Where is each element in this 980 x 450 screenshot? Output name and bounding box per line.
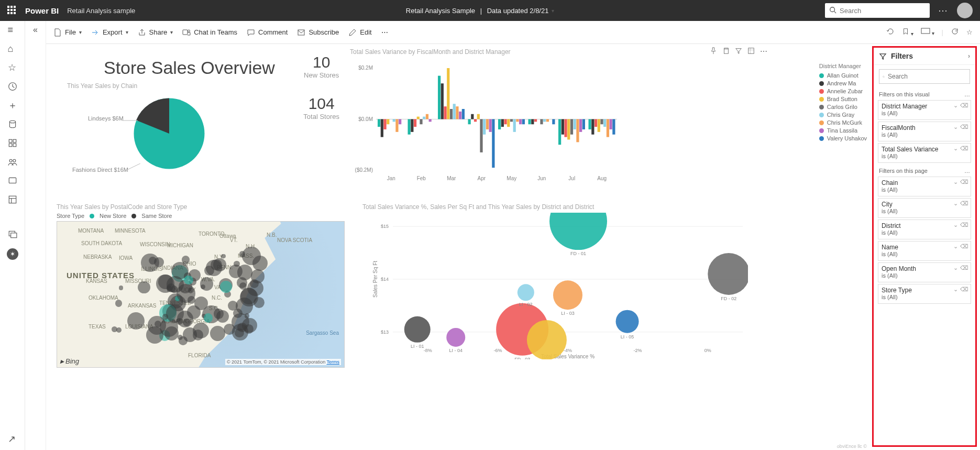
favorite-icon[interactable]: ☆ xyxy=(966,28,973,36)
filter-card[interactable]: Open Month is (All) ⌄⌫ xyxy=(878,262,971,282)
edit-button[interactable]: Edit xyxy=(348,28,371,37)
legend-item[interactable]: Chris McGurk xyxy=(819,119,867,126)
more-commands-icon[interactable]: ⋯ xyxy=(381,28,388,36)
nav-recent-icon[interactable] xyxy=(8,82,17,91)
chevron-down-icon[interactable]: ⌄ xyxy=(953,265,958,271)
svg-rect-71 xyxy=(501,119,504,127)
filters-search[interactable] xyxy=(879,69,970,84)
user-avatar[interactable] xyxy=(957,3,973,18)
map-store-point[interactable] xyxy=(162,314,168,320)
filter-card[interactable]: Name is (All) ⌄⌫ xyxy=(878,241,971,261)
filter-card[interactable]: District Manager is (All) ⌄⌫ xyxy=(878,100,971,120)
scatter-chart[interactable]: $13$14$15-8%-6%-4%-2%0%Total Sales Varia… xyxy=(371,213,748,359)
legend-item[interactable]: Valery Ushakov xyxy=(819,135,867,141)
map-store-point[interactable] xyxy=(166,304,184,323)
filter-card[interactable]: City is (All) ⌄⌫ xyxy=(878,198,971,218)
nav-workspaces-icon[interactable] xyxy=(8,195,17,204)
legend-item[interactable]: Allan Guinot xyxy=(819,72,867,79)
map-store-point[interactable] xyxy=(216,310,229,323)
legend-item[interactable]: Annelie Zubar xyxy=(819,88,867,94)
clear-filter-icon[interactable]: ⌫ xyxy=(960,243,968,250)
pie-chart[interactable] xyxy=(130,94,208,175)
nav-current-workspace-icon[interactable]: ✶ xyxy=(7,248,18,260)
nav-expand-icon[interactable]: ↗ xyxy=(8,434,17,444)
legend-label: Valery Ushakov xyxy=(827,135,867,141)
legend-item[interactable]: Carlos Grilo xyxy=(819,104,867,110)
share-menu[interactable]: Share▾ xyxy=(138,28,173,37)
filters-header[interactable]: Filters › xyxy=(874,48,975,65)
nav-learn-icon[interactable] xyxy=(8,176,17,185)
clear-filter-icon[interactable]: ⌫ xyxy=(960,200,968,207)
map-store-point[interactable] xyxy=(193,323,209,339)
section-more-icon[interactable]: … xyxy=(964,91,970,97)
map-region-label: MONTANA xyxy=(78,228,104,234)
map-store-point[interactable] xyxy=(200,277,214,291)
more-options-icon[interactable]: ⋯ xyxy=(938,5,949,16)
map-store-point[interactable] xyxy=(138,281,150,293)
nav-home-icon[interactable]: ⌂ xyxy=(8,44,17,53)
map-store-point[interactable] xyxy=(115,300,122,306)
view-icon[interactable]: ▾ xyxy=(921,28,934,37)
clear-filter-icon[interactable]: ⌫ xyxy=(960,102,968,109)
nav-create-icon[interactable]: ＋ xyxy=(8,101,17,110)
chevron-down-icon[interactable]: ⌄ xyxy=(953,222,958,228)
chevron-down-icon[interactable]: ⌄ xyxy=(953,102,958,109)
reset-icon[interactable] xyxy=(886,27,895,37)
clear-filter-icon[interactable]: ⌫ xyxy=(960,179,968,185)
global-search[interactable] xyxy=(825,3,930,18)
refresh-icon[interactable] xyxy=(951,27,959,37)
chat-teams-button[interactable]: Chat in Teams xyxy=(182,28,237,37)
chevron-down-icon[interactable]: ⌄ xyxy=(953,200,958,207)
chevron-down-icon[interactable]: ⌄ xyxy=(953,124,958,130)
map-visual[interactable]: UNITED STATES Sargasso Sea ▸Bing © 2021 … xyxy=(57,221,345,368)
legend-item[interactable]: Andrew Ma xyxy=(819,80,867,86)
filter-card[interactable]: Total Sales Variance is (All) ⌄⌫ xyxy=(878,143,971,163)
filter-card[interactable]: District is (All) ⌄⌫ xyxy=(878,219,971,239)
export-menu[interactable]: Export▾ xyxy=(91,28,128,37)
chevron-right-icon[interactable]: › xyxy=(968,52,970,60)
clear-filter-icon[interactable]: ⌫ xyxy=(960,145,968,152)
global-search-input[interactable] xyxy=(840,7,928,15)
nav-hamburger-icon[interactable]: ≡ xyxy=(8,25,17,35)
nav-favorites-icon[interactable]: ☆ xyxy=(8,63,17,72)
chevron-down-icon[interactable]: ⌄ xyxy=(953,286,958,293)
page-rail-collapse-icon[interactable]: « xyxy=(33,25,38,35)
subscribe-button[interactable]: Subscribe xyxy=(297,28,339,37)
map-store-point[interactable] xyxy=(210,326,225,341)
map-store-point[interactable] xyxy=(247,280,263,296)
variance-bar-chart[interactable]: ($0.2M)$0.0M$0.2MJanFebMarAprMayJunJulAu… xyxy=(350,63,622,183)
filter-card[interactable]: Store Type is (All) ⌄⌫ xyxy=(878,284,971,304)
filters-search-input[interactable] xyxy=(888,73,966,80)
map-store-point[interactable] xyxy=(221,254,226,259)
map-store-point[interactable] xyxy=(119,286,123,290)
chevron-down-icon[interactable]: ⌄ xyxy=(953,243,958,250)
nav-apps-icon[interactable] xyxy=(8,138,17,148)
map-store-point[interactable] xyxy=(245,313,249,318)
file-menu[interactable]: File▾ xyxy=(53,28,82,37)
nav-datasets-icon[interactable] xyxy=(8,119,17,129)
chevron-down-icon[interactable]: ⌄ xyxy=(953,145,958,152)
clear-filter-icon[interactable]: ⌫ xyxy=(960,265,968,271)
nav-deployment-icon[interactable] xyxy=(8,229,17,239)
map-store-point[interactable] xyxy=(187,305,201,319)
report-title-bar[interactable]: Retail Analysis Sample | Data updated 2/… xyxy=(144,7,817,15)
nav-shared-icon[interactable] xyxy=(8,157,17,167)
map-store-point[interactable] xyxy=(184,276,193,285)
comment-button[interactable]: Comment xyxy=(247,28,288,37)
map-terms-link[interactable]: Terms xyxy=(327,359,340,365)
bookmark-icon[interactable]: ▾ xyxy=(902,27,913,37)
legend-item[interactable]: Chris Gray xyxy=(819,112,867,118)
legend-item[interactable]: Brad Sutton xyxy=(819,96,867,102)
filter-card[interactable]: FiscalMonth is (All) ⌄⌫ xyxy=(878,122,971,141)
filter-card[interactable]: Chain is (All) ⌄⌫ xyxy=(878,177,971,196)
app-launcher-icon[interactable] xyxy=(7,6,17,15)
map-store-point[interactable] xyxy=(156,275,174,293)
chevron-down-icon[interactable]: ⌄ xyxy=(953,179,958,185)
clear-filter-icon[interactable]: ⌫ xyxy=(960,286,968,293)
clear-filter-icon[interactable]: ⌫ xyxy=(960,222,968,228)
map-store-point[interactable] xyxy=(204,313,213,323)
legend-item[interactable]: Tina Lassila xyxy=(819,127,867,134)
map-store-point[interactable] xyxy=(211,259,222,270)
section-more-icon[interactable]: … xyxy=(964,168,970,174)
clear-filter-icon[interactable]: ⌫ xyxy=(960,124,968,130)
